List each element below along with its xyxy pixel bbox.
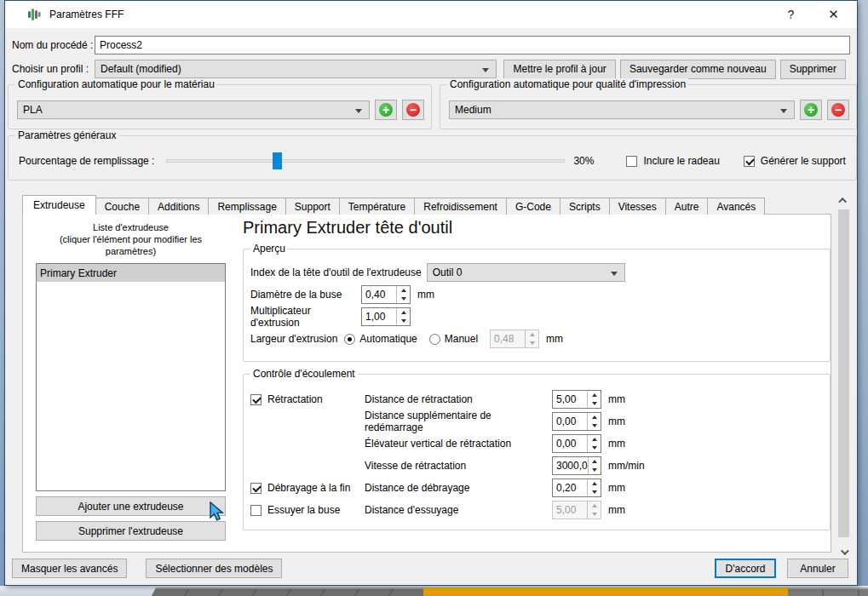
tab-autre[interactable]: Autre: [665, 198, 709, 215]
tab-remplissage[interactable]: Remplissage: [208, 198, 285, 215]
save-as-new-button[interactable]: Sauvegarder comme nouveau: [620, 60, 776, 79]
tab-scripts[interactable]: Scripts: [560, 198, 610, 215]
wipe-checkbox[interactable]: [250, 505, 262, 516]
generate-support-control[interactable]: Générer le support: [744, 155, 846, 167]
infill-slider[interactable]: [166, 152, 565, 170]
spinner-arrows-icon[interactable]: [396, 308, 410, 325]
add-material-button[interactable]: +: [375, 100, 397, 120]
extrusion-width-auto-radio[interactable]: [344, 334, 355, 345]
delete-profile-button[interactable]: Supprimer: [780, 60, 846, 79]
process-name-input[interactable]: [95, 36, 850, 54]
general-settings-group: Paramètres généraux Pourcentage de rempl…: [8, 135, 857, 181]
spinner-arrows-icon[interactable]: [587, 435, 601, 452]
select-models-button[interactable]: Sélectionner des modèles: [146, 559, 282, 578]
spinner-arrows-icon[interactable]: [587, 391, 601, 408]
tab-couche[interactable]: Couche: [95, 198, 149, 215]
plus-circle-icon: +: [804, 103, 818, 117]
remove-extruder-button[interactable]: Supprimer l'extrudeuse: [36, 521, 226, 541]
coast-row: Débrayage à la fin Distance de débrayage…: [250, 477, 823, 499]
retraction-distance-unit: mm: [608, 393, 625, 405]
spinner-arrows-icon[interactable]: [587, 413, 601, 430]
tab-refroidissement[interactable]: Refroidissement: [414, 198, 507, 215]
include-raft-control[interactable]: Inclure le radeau: [626, 155, 719, 167]
wipe-distance-unit: mm: [608, 504, 625, 516]
coast-label: Débrayage à la fin: [267, 482, 350, 494]
nozzle-diameter-stepper[interactable]: 0,40: [361, 285, 411, 304]
extrusion-width-manual-radio[interactable]: [429, 334, 440, 345]
retraction-distance-value: 5,00: [553, 391, 587, 408]
nozzle-diameter-label: Diamètre de la buse: [250, 289, 361, 301]
tab-vitesses[interactable]: Vitesses: [609, 198, 666, 215]
material-selected-value: PLA: [23, 104, 43, 116]
coast-distance-stepper[interactable]: 0,20: [552, 479, 601, 497]
tab-additions[interactable]: Additions: [148, 198, 209, 215]
tab-extrudeuse[interactable]: Extrudeuse: [22, 195, 96, 215]
toolhead-index-row: Index de la tête d'outil de l'extrudeuse…: [250, 261, 823, 284]
remove-quality-button[interactable]: −: [827, 100, 849, 120]
add-quality-button[interactable]: +: [800, 100, 822, 120]
quality-select[interactable]: Medium: [449, 100, 795, 119]
infill-value: 30%: [573, 155, 602, 167]
extrusion-multiplier-stepper[interactable]: 1,00: [361, 307, 411, 326]
update-profile-button[interactable]: Mettre le profil à jour: [503, 60, 615, 79]
infill-slider-track[interactable]: [166, 159, 565, 163]
scroll-up-icon[interactable]: [836, 193, 851, 208]
chevron-down-icon: [780, 109, 787, 113]
close-icon[interactable]: ✕: [814, 1, 853, 28]
remove-material-button[interactable]: −: [402, 100, 424, 120]
background-orange-bar: [423, 587, 788, 596]
extra-restart-row: Distance supplémentaire de redémarrage 0…: [250, 410, 823, 433]
profile-select[interactable]: Default (modified): [95, 60, 497, 78]
hide-advanced-button[interactable]: Masquer les avancés: [12, 559, 127, 578]
scroll-down-icon[interactable]: [836, 545, 851, 559]
overview-group-title: Aperçu: [250, 243, 288, 255]
list-item-primary-extruder[interactable]: Primary Extruder: [37, 264, 225, 282]
extrusion-width-value: 0,48: [491, 330, 525, 347]
quality-selected-value: Medium: [455, 104, 491, 116]
vertical-lift-stepper[interactable]: 0,00: [552, 434, 601, 453]
include-raft-checkbox[interactable]: [626, 156, 637, 167]
spinner-arrows-icon[interactable]: [396, 286, 410, 303]
extrusion-width-label: Largeur d'extrusion: [250, 333, 337, 345]
coast-distance-value: 0,20: [553, 479, 587, 496]
ok-button[interactable]: D'accord: [715, 559, 776, 578]
title-bar[interactable]: Paramètres FFF ? ✕: [5, 1, 857, 28]
generate-support-checkbox[interactable]: [744, 156, 755, 167]
spinner-arrows-icon: [587, 501, 601, 519]
extra-restart-stepper[interactable]: 0,00: [552, 412, 601, 431]
vertical-scrollbar[interactable]: [836, 193, 851, 559]
add-extruder-button[interactable]: Ajouter une extrudeuse: [36, 496, 226, 516]
tab-avances[interactable]: Avancés: [707, 198, 765, 215]
extruder-list[interactable]: Primary Extruder: [36, 263, 226, 491]
mouse-cursor-icon: [209, 501, 227, 522]
toolhead-index-select[interactable]: Outil 0: [427, 263, 625, 282]
scrollbar-thumb[interactable]: [838, 209, 849, 537]
material-select[interactable]: PLA: [17, 100, 370, 119]
settings-tabbar: Extrudeuse Couche Additions Remplissage …: [22, 196, 764, 215]
coast-checkbox[interactable]: [250, 483, 262, 494]
help-icon[interactable]: ?: [772, 1, 810, 28]
coast-control[interactable]: Débrayage à la fin: [250, 482, 365, 494]
retraction-control[interactable]: Rétractation: [250, 393, 365, 405]
tab-support[interactable]: Support: [285, 198, 340, 215]
extrusion-width-manual-label: Manuel: [445, 333, 478, 345]
retraction-checkbox[interactable]: [250, 394, 262, 405]
retraction-distance-stepper[interactable]: 5,00: [552, 390, 601, 409]
ooze-group-title: Contrôle d'écoulement: [250, 368, 358, 380]
infill-slider-handle[interactable]: [273, 152, 282, 169]
wipe-control[interactable]: Essuyer la buse: [250, 504, 365, 516]
vertical-lift-unit: mm: [608, 438, 625, 450]
cancel-button[interactable]: Annuler: [787, 559, 848, 578]
material-config-group: Configuration automatique pour le matéri…: [8, 84, 432, 129]
spinner-arrows-icon[interactable]: [588, 457, 601, 474]
tab-gcode[interactable]: G-Code: [506, 198, 560, 215]
nozzle-diameter-value: 0,40: [362, 286, 396, 303]
retraction-speed-stepper[interactable]: 3000,0: [552, 456, 601, 475]
plus-circle-icon: +: [379, 103, 393, 117]
coast-distance-label: Distance de débrayage: [365, 482, 552, 494]
chevron-down-icon: [611, 272, 618, 276]
tab-temperature[interactable]: Température: [339, 198, 415, 215]
spinner-arrows-icon[interactable]: [587, 479, 601, 496]
retraction-speed-value: 3000,0: [553, 457, 588, 474]
background-table-edge-right: [788, 587, 868, 596]
